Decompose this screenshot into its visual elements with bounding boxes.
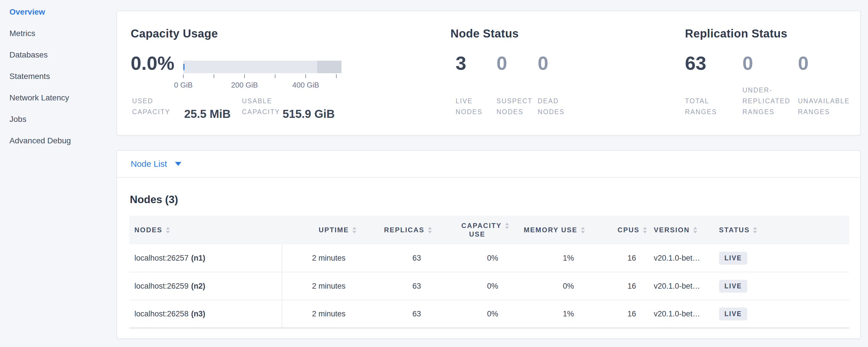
capacity-use-cell: 0%: [421, 272, 498, 300]
node-list-dropdown[interactable]: Node List: [117, 151, 860, 178]
status-badge: LIVE: [719, 252, 747, 264]
column-header-replicas-label: REPLICAS: [384, 226, 425, 234]
column-header-nodes: NODES: [129, 226, 282, 234]
unavailable-ranges-label: UNAVAILABLE RANGES: [798, 96, 860, 117]
column-header-status-label: STATUS: [719, 226, 750, 234]
dead-nodes-count: 0: [538, 53, 548, 73]
node-address-cell: localhost:26257 (n1): [129, 244, 282, 272]
column-header-version-label: VERSION: [654, 226, 690, 234]
chevron-down-icon: [175, 162, 181, 166]
status-badge: LIVE: [719, 308, 747, 320]
live-nodes-label: LIVE NODES: [456, 96, 496, 117]
memory-use-cell: 0%: [498, 272, 574, 300]
nodes-card: Node List Nodes (3) NODES UPTIME REPLICA…: [116, 150, 861, 339]
sidebar-item-databases[interactable]: Databases: [0, 50, 116, 60]
axis-tick: [183, 74, 184, 78]
live-nodes-count: 3: [456, 53, 466, 73]
sidebar-item-advanced-debug[interactable]: Advanced Debug: [0, 136, 116, 145]
capacity-bar-used-segment: [183, 64, 184, 70]
unavailable-ranges-count: 0: [798, 53, 808, 73]
capacity-use-cell: 0%: [421, 301, 498, 327]
sort-icon[interactable]: [753, 227, 757, 233]
axis-tick: [336, 74, 337, 78]
uptime-cell: 2 minutes: [282, 301, 345, 327]
nodes-table: NODES UPTIME REPLICAS CAPACITY USE: [129, 216, 849, 328]
axis-label-200gib: 200 GiB: [222, 81, 268, 90]
column-header-version: VERSION: [636, 226, 705, 234]
node-address[interactable]: localhost:26257: [134, 254, 188, 263]
sidebar: Overview Metrics Databases Statements Ne…: [0, 0, 116, 158]
sidebar-item-statements[interactable]: Statements: [0, 72, 116, 81]
under-replicated-ranges-label: UNDER-REPLICATED RANGES: [742, 85, 798, 117]
node-address[interactable]: localhost:26258: [134, 310, 188, 318]
table-row-n2[interactable]: localhost:26259 (n2) 2 minutes 63 0% 0% …: [129, 272, 849, 301]
sort-icon[interactable]: [693, 227, 697, 233]
status-cell: LIVE: [705, 301, 849, 327]
node-list-dropdown-label: Node List: [131, 159, 167, 169]
dead-nodes-label: DEAD NODES: [538, 96, 578, 117]
column-header-capacity-use: CAPACITY USE: [421, 221, 498, 239]
sidebar-item-network-latency[interactable]: Network Latency: [0, 93, 116, 102]
total-ranges-count: 63: [685, 53, 706, 73]
node-id: (n1): [191, 254, 205, 263]
cpus-cell: 16: [574, 301, 636, 327]
column-header-nodes-label: NODES: [134, 226, 162, 234]
sidebar-item-overview[interactable]: Overview: [0, 7, 116, 17]
suspect-nodes-count: 0: [496, 53, 507, 73]
capacity-use-cell: 0%: [421, 244, 498, 272]
sort-icon[interactable]: [166, 227, 170, 233]
axis-tick: [214, 74, 214, 78]
column-header-use-label: USE: [469, 230, 485, 239]
cluster-summary-card: Capacity Usage 0.0% 0 GiB 200 GiB 400 Gi…: [116, 10, 861, 135]
status-cell: LIVE: [705, 272, 849, 300]
column-header-uptime-label: UPTIME: [319, 226, 349, 234]
memory-use-cell: 1%: [498, 301, 574, 327]
replicas-cell: 63: [345, 244, 421, 272]
capacity-bar-chart: [183, 61, 341, 73]
replication-status-title: Replication Status: [685, 27, 787, 40]
table-row-n1[interactable]: localhost:26257 (n1) 2 minutes 63 0% 1% …: [129, 244, 849, 272]
sidebar-item-jobs[interactable]: Jobs: [0, 115, 116, 124]
version-cell: v20.1.0-bet…: [636, 301, 705, 327]
version-cell: v20.1.0-bet…: [636, 272, 705, 300]
table-row-n3[interactable]: localhost:26258 (n3) 2 minutes 63 0% 1% …: [129, 301, 849, 328]
used-capacity-label: USED CAPACITY: [132, 96, 181, 117]
cpus-cell: 16: [574, 244, 636, 272]
usable-capacity-value: 515.9 GiB: [283, 107, 335, 120]
node-status-title: Node Status: [451, 27, 519, 40]
node-id: (n2): [191, 282, 205, 291]
node-address-cell: localhost:26259 (n2): [129, 272, 282, 300]
under-replicated-ranges-count: 0: [742, 53, 753, 73]
column-header-uptime: UPTIME: [282, 226, 345, 234]
status-cell: LIVE: [705, 244, 849, 272]
column-header-memory-use: MEMORY USE: [498, 226, 574, 234]
memory-use-cell: 1%: [498, 244, 574, 272]
axis-tick: [244, 74, 245, 78]
node-id: (n3): [191, 310, 205, 318]
capacity-used-percent: 0.0%: [131, 53, 175, 73]
uptime-cell: 2 minutes: [282, 272, 345, 300]
suspect-nodes-label: SUSPECT NODES: [496, 96, 536, 117]
uptime-cell: 2 minutes: [282, 244, 345, 272]
version-cell: v20.1.0-bet…: [636, 244, 705, 272]
column-header-status: STATUS: [705, 226, 849, 234]
capacity-usage-title: Capacity Usage: [131, 27, 218, 40]
used-capacity-value: 25.5 MiB: [184, 107, 230, 120]
total-ranges-label: TOTAL RANGES: [685, 96, 728, 117]
status-badge: LIVE: [719, 280, 747, 293]
sidebar-item-metrics[interactable]: Metrics: [0, 29, 116, 38]
column-header-capacity-label: CAPACITY: [461, 221, 502, 230]
axis-tick: [305, 74, 306, 78]
column-header-cpus: CPUS: [574, 226, 636, 234]
cpus-cell: 16: [574, 272, 636, 300]
node-address[interactable]: localhost:26259: [134, 282, 188, 291]
node-address-cell: localhost:26258 (n3): [129, 301, 282, 327]
nodes-table-header: NODES UPTIME REPLICAS CAPACITY USE: [129, 216, 849, 244]
replicas-cell: 63: [345, 301, 421, 327]
axis-label-0gib: 0 GiB: [160, 81, 206, 90]
axis-tick: [275, 74, 275, 78]
column-header-replicas: REPLICAS: [345, 226, 421, 234]
nodes-section-heading: Nodes (3): [130, 194, 178, 206]
axis-label-400gib: 400 GiB: [283, 81, 329, 90]
replicas-cell: 63: [345, 272, 421, 300]
